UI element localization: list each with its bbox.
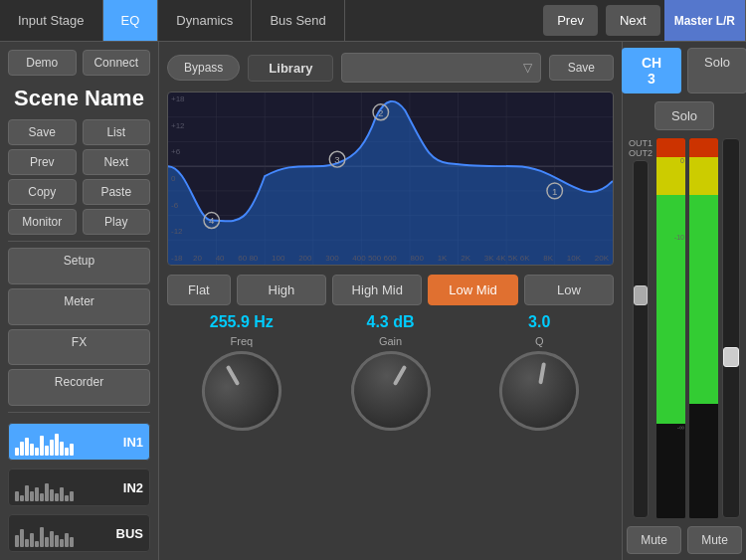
channel-bars-in2	[15, 473, 117, 501]
channel-bars-bus	[15, 519, 110, 547]
flat-band-button[interactable]: Flat	[167, 275, 231, 305]
vu-green-right	[689, 195, 718, 404]
demo-button[interactable]: Demo	[8, 50, 77, 76]
high-band-button[interactable]: High	[237, 275, 326, 305]
low-mid-band-button[interactable]: Low Mid	[428, 275, 517, 305]
high-mid-band-button[interactable]: High Mid	[332, 275, 422, 305]
copy-paste-row: Copy Paste	[8, 179, 150, 205]
vu-red-left	[656, 138, 685, 157]
q-knob[interactable]	[493, 345, 586, 438]
svg-text:3: 3	[334, 154, 340, 165]
nav-bus-send[interactable]: Bus Send	[252, 0, 344, 41]
divider-1	[8, 241, 150, 242]
main-layout: Demo Connect Scene Name Save List Prev N…	[0, 42, 746, 560]
nav-eq[interactable]: EQ	[103, 0, 159, 41]
knob-section: 255.9 Hz Freq 4.3 dB Gain 3.0 Q	[167, 313, 614, 431]
freq-value: 255.9 Hz	[210, 313, 274, 331]
connect-button[interactable]: Connect	[83, 50, 151, 76]
monitor-button[interactable]: Monitor	[8, 209, 77, 235]
svg-text:1: 1	[552, 186, 557, 197]
channel-3-button[interactable]: CH 3	[622, 48, 681, 93]
solo-top-button[interactable]: Solo	[687, 48, 746, 93]
save-list-row: Save List	[8, 119, 150, 145]
chevron-down-icon: ▽	[523, 61, 532, 75]
vu-meter-right	[689, 138, 718, 518]
copy-button[interactable]: Copy	[8, 179, 77, 205]
library-button[interactable]: Library	[248, 55, 333, 82]
channel-in1-label: IN1	[123, 435, 143, 450]
nav-master[interactable]: Master L/R	[664, 0, 746, 41]
center-panel: Bypass Library ▽ Save	[159, 42, 622, 560]
master-mute-button[interactable]: Mute	[687, 526, 742, 554]
top-navigation: Input Stage EQ Dynamics Bus Send Prev Ne…	[0, 0, 746, 42]
eq-curve-svg: 1 2 3 4	[168, 93, 613, 265]
master-fader-thumb[interactable]	[723, 347, 739, 367]
prev-button[interactable]: Prev	[8, 149, 77, 175]
nav-input-stage[interactable]: Input Stage	[0, 0, 103, 41]
next-button[interactable]: Next	[83, 149, 151, 175]
gain-knob-group: 4.3 dB Gain	[316, 313, 466, 431]
eq-display[interactable]: 1 2 3 4 +18 +12 +6 0 -6 -12 -18 20	[167, 92, 614, 266]
vu-empty-right	[689, 404, 718, 518]
meter-button[interactable]: Meter	[8, 288, 150, 325]
demo-connect-row: Demo Connect	[8, 50, 150, 76]
fx-button[interactable]: FX	[8, 329, 150, 366]
channel-in2-label: IN2	[123, 480, 143, 495]
vu-empty-left	[656, 424, 685, 519]
scene-name-label: Scene Name	[8, 80, 150, 115]
solo-bottom-button[interactable]: Solo	[654, 101, 714, 130]
prev-next-row: Prev Next	[8, 149, 150, 175]
nav-next-btn[interactable]: Next	[606, 5, 660, 36]
gain-fader-track[interactable]	[633, 160, 649, 518]
nav-prev-btn[interactable]: Prev	[543, 5, 598, 36]
freq-knob-group: 255.9 Hz Freq	[167, 313, 316, 431]
gain-value: 4.3 dB	[367, 313, 415, 331]
freq-knob[interactable]	[187, 336, 295, 445]
list-button[interactable]: List	[83, 119, 151, 145]
setup-button[interactable]: Setup	[8, 248, 150, 284]
freq-label: Freq	[231, 335, 254, 347]
out-labels: OUT1OUT2	[629, 138, 653, 158]
master-fader-track[interactable]	[722, 138, 740, 518]
vu-meter-left: 0 -10 -∞	[656, 138, 685, 518]
ch-solo-row: CH 3 Solo	[627, 48, 742, 93]
left-panel: Demo Connect Scene Name Save List Prev N…	[0, 42, 159, 560]
save-button[interactable]: Save	[8, 119, 77, 145]
q-value: 3.0	[528, 313, 550, 331]
eq-controls-bar: Bypass Library ▽ Save	[167, 50, 614, 86]
channel-in1[interactable]: IN1	[8, 423, 150, 461]
q-knob-group: 3.0 Q	[465, 313, 614, 431]
vu-yellow-right	[689, 157, 718, 195]
gain-fader-thumb[interactable]	[634, 285, 648, 305]
gain-label: Gain	[379, 335, 402, 347]
nav-dynamics[interactable]: Dynamics	[158, 0, 252, 41]
channel-bars-in1	[15, 428, 117, 456]
mute-row: Mute Mute	[627, 526, 742, 554]
vu-green-left	[656, 195, 685, 423]
svg-text:2: 2	[378, 107, 383, 118]
recorder-button[interactable]: Recorder	[8, 369, 150, 406]
low-band-button[interactable]: Low	[524, 275, 614, 305]
eq-preset-dropdown[interactable]: ▽	[341, 53, 540, 83]
divider-2	[8, 412, 150, 413]
play-button[interactable]: Play	[83, 209, 151, 235]
channel-bus[interactable]: BUS	[8, 514, 150, 552]
paste-button[interactable]: Paste	[83, 179, 151, 205]
right-panel: CH 3 Solo Solo OUT1OUT2 0 -10	[622, 42, 746, 560]
eq-save-button[interactable]: Save	[549, 55, 614, 81]
channel-bus-label: BUS	[116, 526, 143, 541]
mute-button[interactable]: Mute	[627, 526, 681, 554]
bypass-button[interactable]: Bypass	[167, 55, 240, 81]
channel-in2[interactable]: IN2	[8, 468, 150, 506]
q-label: Q	[535, 335, 544, 347]
band-buttons-row: Flat High High Mid Low Mid Low	[167, 272, 614, 307]
monitor-play-row: Monitor Play	[8, 209, 150, 235]
svg-text:4: 4	[209, 215, 215, 226]
gain-knob[interactable]	[336, 336, 445, 445]
vu-red-right	[689, 138, 718, 157]
